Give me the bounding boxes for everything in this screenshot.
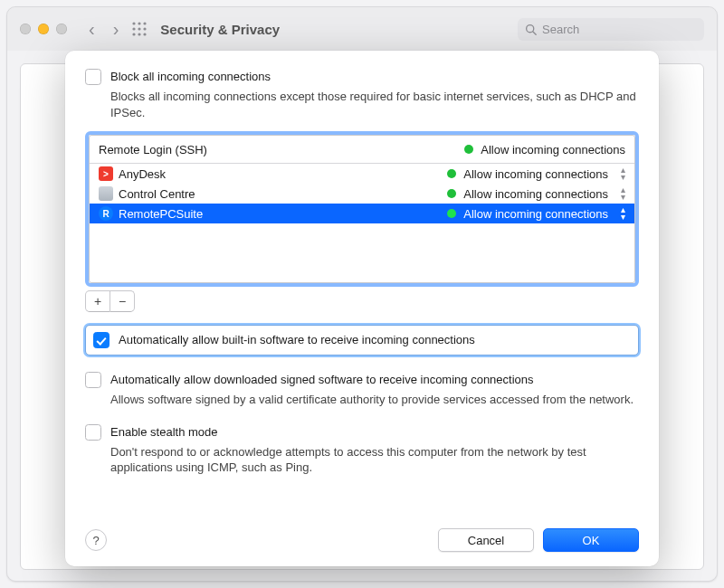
svg-point-8 <box>144 33 147 35</box>
auto-builtin-option[interactable]: Automatically allow built-in software to… <box>85 325 639 356</box>
app-name: RemotePCSuite <box>119 207 203 221</box>
block-all-option[interactable]: Block all incoming connections <box>85 69 639 85</box>
list-item[interactable]: RRemotePCSuiteAllow incoming connections… <box>90 204 634 223</box>
option-description: Don't respond to or acknowledge attempts… <box>110 444 639 476</box>
option-label: Block all incoming connections <box>110 69 271 83</box>
apps-list: Remote Login (SSH) Allow incoming connec… <box>85 131 639 312</box>
checkbox[interactable] <box>85 69 101 85</box>
status-dot-icon <box>447 189 456 198</box>
status-stepper-icon[interactable]: ▴▾ <box>621 186 625 201</box>
show-all-icon[interactable] <box>131 21 148 37</box>
option-description: Allows software signed by a valid certif… <box>110 392 639 408</box>
svg-point-6 <box>133 33 136 35</box>
status-stepper-icon[interactable]: ▴▾ <box>621 206 625 221</box>
app-status: Allow incoming connections <box>463 207 608 221</box>
search-input[interactable]: Search <box>518 18 704 41</box>
search-icon <box>525 24 537 35</box>
app-name: Control Centre <box>119 187 195 201</box>
app-icon: > <box>99 166 113 181</box>
cancel-button[interactable]: Cancel <box>438 528 534 552</box>
list-item[interactable]: Control CentreAllow incoming connections… <box>90 184 634 204</box>
svg-point-0 <box>133 22 136 24</box>
svg-point-7 <box>138 33 141 35</box>
svg-point-4 <box>138 27 141 30</box>
checkbox[interactable] <box>85 424 101 441</box>
firewall-options-sheet: Block all incoming connections Blocks al… <box>65 51 659 566</box>
parent-titlebar: ‹ › Security & Privacy Search <box>7 7 717 52</box>
add-remove-toolbar: + − <box>85 290 639 312</box>
svg-line-10 <box>533 31 536 33</box>
option-label: Automatically allow built-in software to… <box>119 332 475 346</box>
status-stepper-icon[interactable]: ▴▾ <box>621 166 625 181</box>
app-name: AnyDesk <box>119 167 166 181</box>
status-dot-icon <box>447 209 456 218</box>
checkbox[interactable] <box>85 372 101 388</box>
option-label: Automatically allow downloaded signed so… <box>110 372 534 386</box>
forward-button[interactable]: › <box>108 20 125 38</box>
window-title: Security & Privacy <box>160 22 280 37</box>
option-label: Enable stealth mode <box>110 424 218 439</box>
add-button[interactable]: + <box>85 290 110 312</box>
stealth-option[interactable]: Enable stealth mode <box>85 424 639 441</box>
minimize-icon[interactable] <box>38 24 49 34</box>
close-icon[interactable] <box>20 24 31 34</box>
list-item[interactable]: >AnyDeskAllow incoming connections▴▾ <box>90 164 634 184</box>
traffic-lights <box>20 24 67 34</box>
svg-point-5 <box>144 27 147 30</box>
auto-signed-option[interactable]: Automatically allow downloaded signed so… <box>85 372 639 388</box>
ok-button[interactable]: OK <box>543 528 639 552</box>
search-placeholder: Search <box>542 23 579 36</box>
app-icon <box>99 186 113 201</box>
list-header: Remote Login (SSH) Allow incoming connec… <box>90 136 634 164</box>
option-description: Blocks all incoming connections except t… <box>110 89 639 120</box>
status-dot-icon <box>464 145 473 154</box>
zoom-icon[interactable] <box>56 24 67 34</box>
header-name: Remote Login (SSH) <box>99 143 464 156</box>
header-status: Allow incoming connections <box>481 143 625 156</box>
svg-point-3 <box>133 27 136 30</box>
svg-point-2 <box>144 22 147 24</box>
checkbox[interactable] <box>93 332 110 348</box>
svg-point-1 <box>138 22 141 24</box>
help-button[interactable]: ? <box>85 529 107 551</box>
app-status: Allow incoming connections <box>463 187 608 201</box>
app-status: Allow incoming connections <box>463 167 608 181</box>
status-dot-icon <box>447 169 456 178</box>
back-button[interactable]: ‹ <box>83 20 100 38</box>
remove-button[interactable]: − <box>110 290 135 312</box>
app-icon: R <box>99 206 113 221</box>
